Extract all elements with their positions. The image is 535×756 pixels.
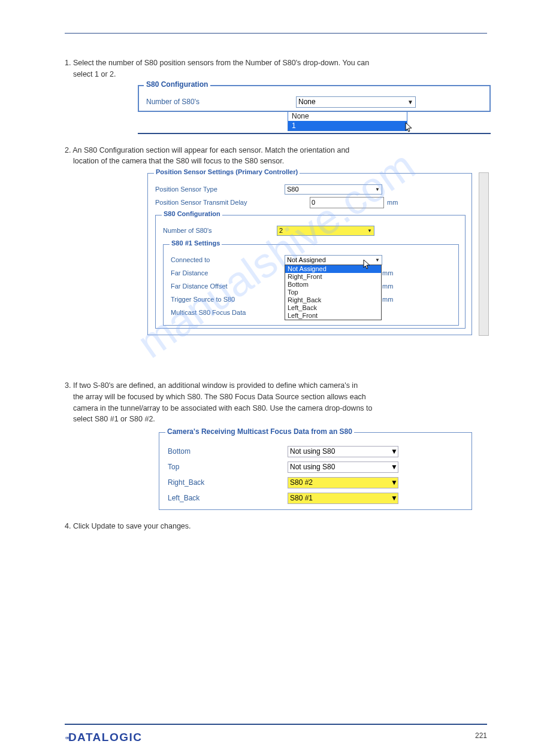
instr-step4: 4. Click Update to save your changes.	[65, 521, 487, 532]
delay-input[interactable]	[310, 197, 384, 208]
chevron-down-icon: ▼	[391, 478, 398, 487]
opt-right-front[interactable]: Right_Front	[285, 273, 381, 281]
position-sensor-panel: Position Sensor Settings (Primary Contro…	[147, 173, 472, 335]
top-label: Top	[168, 463, 288, 471]
option-1-text: 1	[292, 122, 296, 130]
multicast-legend: Camera's Receiving Multicast Focus Data …	[165, 427, 354, 436]
sensor-type-value: S80	[287, 186, 299, 193]
chevron-down-icon: ▼	[407, 99, 413, 105]
datalogic-logo: ◦◦◦DATALOGIC	[65, 731, 143, 744]
cursor-icon	[363, 259, 373, 270]
s80-config-legend: S80 Configuration	[144, 80, 210, 89]
num-s80-value: None	[298, 98, 316, 106]
brand-text: DATALOGIC	[68, 731, 143, 743]
num-s80-value2: 2	[279, 227, 283, 234]
opt-right-back[interactable]: Right_Back	[285, 296, 381, 304]
leftback-select[interactable]: S80 #1▼	[288, 493, 398, 504]
connected-to-select[interactable]: Not Assigned ▼ Not Assigned Right_Front …	[285, 255, 382, 265]
bottom-label: Bottom	[168, 447, 288, 456]
instr4-l1: Click Update to save your changes.	[73, 522, 191, 530]
s80-config-panel: S80 Configuration Number of S80's None ▼	[138, 85, 491, 112]
delay-label: Position Sensor Transmit Delay	[155, 199, 285, 206]
top-rule	[65, 33, 487, 34]
instr3-l4: select S80 #1 or S80 #2.	[73, 415, 155, 423]
scrollbar[interactable]	[479, 172, 489, 336]
connected-to-options[interactable]: Not Assigned Right_Front Bottom Top Righ…	[285, 265, 382, 320]
instr3-l2: the array will be focused by which S80. …	[73, 393, 366, 401]
rightback-val: S80 #2	[290, 478, 313, 487]
multicast-focus-panel: Camera's Receiving Multicast Focus Data …	[159, 432, 472, 510]
connected-to-value: Not Assigned	[287, 256, 326, 263]
instr3-l3: camera in the tunnel/array to be associa…	[73, 404, 373, 412]
instr-step2: 2. An S80 Configuration section will app…	[65, 145, 487, 168]
bottom-rule	[65, 724, 487, 725]
opt-top[interactable]: Top	[285, 289, 381, 296]
num-s80-dropdown-list[interactable]: None 1	[288, 111, 407, 131]
num-s80-label2: Number of S80's	[163, 227, 277, 234]
chevron-down-icon: ▼	[391, 494, 398, 502]
instr2-line1: An S80 Configuration section will appear…	[72, 146, 349, 154]
bottom-val: Not using S80	[290, 447, 335, 456]
instr-step1: 1. Select the number of S80 position sen…	[65, 57, 487, 80]
instr1-line1: Select the number of S80 position sensor…	[73, 59, 369, 67]
top-select[interactable]: Not using S80▼	[288, 462, 398, 473]
instr-step3: 3. If two S-80's are defined, an additio…	[65, 380, 487, 425]
s80cfg-legend: S80 Configuration	[162, 210, 222, 217]
page-number: 221	[475, 731, 487, 740]
connected-to-label: Connected to	[171, 256, 285, 263]
opt-left-back[interactable]: Left_Back	[285, 304, 381, 312]
opt-left-front[interactable]: Left_Front	[285, 312, 381, 320]
unit-mm: mm	[382, 283, 393, 290]
option-1[interactable]: 1	[288, 121, 407, 130]
num-s80-label: Number of S80's	[146, 98, 296, 106]
far-offset-label: Far Distance Offset	[171, 283, 285, 290]
leftback-label: Left_Back	[168, 494, 288, 502]
top-val: Not using S80	[290, 463, 335, 471]
bottom-select[interactable]: Not using S80▼	[288, 446, 398, 457]
sensor-type-select[interactable]: S80 ▼	[285, 184, 382, 195]
chevron-down-icon: ▼	[375, 257, 380, 263]
instr2-line2: location of the camera that the S80 will…	[73, 157, 284, 165]
unit-mm: mm	[382, 296, 393, 303]
unit-mm: mm	[382, 269, 393, 277]
num-s80-select2[interactable]: 2 ▼	[277, 226, 374, 236]
rightback-select[interactable]: S80 #2▼	[288, 477, 398, 488]
opt-bottom[interactable]: Bottom	[285, 281, 381, 289]
multicast-label: Multicast S80 Focus Data	[171, 309, 285, 316]
s80-1-legend: S80 #1 Settings	[170, 239, 222, 247]
option-none[interactable]: None	[288, 111, 407, 121]
instr1-line2: select 1 or 2.	[73, 70, 116, 78]
chevron-down-icon: ▼	[367, 228, 372, 233]
trigger-src-label: Trigger Source to S80	[171, 296, 285, 303]
chevron-down-icon: ▼	[375, 187, 380, 192]
delay-unit: mm	[387, 199, 398, 206]
cursor-icon	[405, 122, 415, 133]
sensor-type-label: Position Sensor Type	[155, 186, 285, 193]
far-distance-label: Far Distance	[171, 269, 285, 277]
num-s80-select[interactable]: None ▼	[296, 96, 416, 108]
chevron-down-icon: ▼	[391, 447, 398, 456]
rightback-label: Right_Back	[168, 478, 288, 487]
chevron-down-icon: ▼	[391, 463, 398, 471]
pss-legend: Position Sensor Settings (Primary Contro…	[154, 168, 300, 175]
instr3-l1: If two S-80's are defined, an additional…	[73, 381, 358, 390]
leftback-val: S80 #1	[290, 494, 313, 502]
